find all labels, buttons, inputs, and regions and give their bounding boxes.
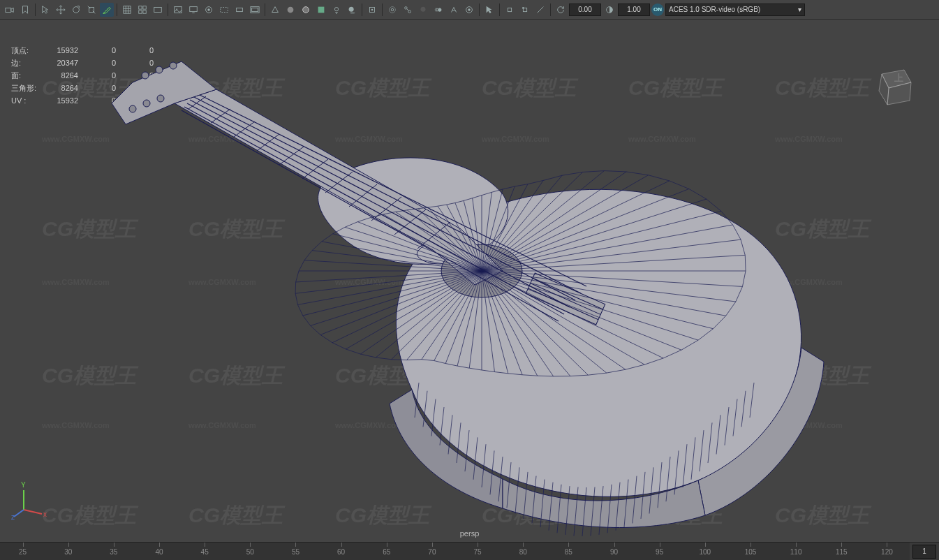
tile-icon[interactable] (135, 3, 149, 17)
timeline-track[interactable]: 2530354045505560657075808590951001051101… (0, 543, 910, 560)
svg-point-17 (288, 6, 294, 13)
svg-rect-16 (252, 8, 258, 11)
separator (35, 3, 36, 16)
svg-point-64 (157, 95, 164, 102)
timeline-tick-label: 90 (610, 548, 618, 556)
svg-rect-7 (154, 7, 162, 12)
timeline-tick (114, 543, 114, 547)
timeline-tick (796, 543, 797, 547)
timeline-tick (705, 543, 706, 547)
timeline-tick-label: 70 (428, 548, 436, 556)
svg-point-24 (371, 8, 374, 10)
safe-action-icon[interactable] (248, 3, 262, 17)
scale-tool-icon[interactable] (84, 3, 98, 17)
timeline-tick-label: 105 (745, 548, 757, 556)
chevron-down-icon: ▾ (798, 6, 801, 13)
shaded-wire-icon[interactable] (299, 3, 313, 17)
contrast-icon[interactable] (602, 3, 616, 17)
separator (265, 3, 265, 16)
current-frame-input[interactable]: 1 (912, 545, 936, 559)
svg-point-29 (421, 6, 426, 11)
timeline-tick (568, 543, 569, 547)
view-cube-top-label: 上 (894, 73, 903, 83)
svg-text:z: z (11, 513, 15, 521)
colorspace-on-toggle[interactable]: ON (651, 3, 664, 16)
timeline-tick (660, 543, 660, 547)
snap-vertex-icon[interactable] (518, 3, 532, 17)
camera-icon[interactable] (3, 3, 17, 17)
xray-joints-icon[interactable] (401, 3, 415, 17)
svg-point-60 (156, 66, 163, 73)
exposure-input[interactable]: 0.00 (569, 3, 601, 16)
hud-uv-label: UV : (11, 95, 49, 108)
xray-icon[interactable] (385, 3, 399, 17)
timeline-tick-label: 115 (836, 548, 848, 556)
timeline-tick-label: 95 (656, 548, 663, 556)
timeline-tick (523, 543, 524, 547)
shadows-icon[interactable] (345, 3, 359, 17)
lights-icon[interactable] (330, 3, 343, 17)
select-tool-icon[interactable] (38, 3, 52, 17)
separator (499, 3, 500, 16)
timeline-tick-label: 30 (64, 548, 72, 556)
film-gate-icon[interactable] (232, 3, 246, 17)
ao-icon[interactable] (416, 3, 430, 17)
layer-icon[interactable] (151, 3, 165, 17)
viewport-toolbar: 0.00 1.00 ON ACES 1.0 SDR-video (sRGB) ▾ (0, 0, 939, 20)
separator (362, 3, 362, 16)
timeline-tick (159, 543, 160, 547)
svg-point-18 (303, 6, 309, 13)
timeline-tick-label: 35 (110, 548, 117, 556)
separator (479, 3, 480, 16)
shaded-icon[interactable] (283, 3, 297, 17)
svg-point-1 (73, 6, 80, 13)
textured-icon[interactable] (314, 3, 328, 17)
render-icon[interactable] (202, 3, 216, 17)
timeline-tick-label: 80 (519, 548, 527, 556)
svg-rect-8 (175, 6, 182, 13)
timeline-tick-label: 85 (565, 548, 572, 556)
dof-icon[interactable] (462, 3, 476, 17)
separator (168, 3, 168, 16)
snap-edge-icon[interactable] (533, 3, 547, 17)
svg-point-32 (468, 8, 471, 11)
rotate-tool-icon[interactable] (69, 3, 83, 17)
svg-point-21 (349, 6, 354, 11)
timeline-tick (387, 543, 387, 547)
cursor-icon[interactable] (482, 3, 496, 17)
motion-blur-icon[interactable] (431, 3, 445, 17)
hud-tris-label: 三角形: (11, 82, 49, 95)
timeline-tick (432, 543, 433, 547)
timeline-tick (250, 543, 251, 547)
timeline-tick (68, 543, 69, 547)
svg-line-180 (24, 510, 42, 514)
image-plane-icon[interactable] (171, 3, 185, 17)
resolution-gate-icon[interactable] (217, 3, 231, 17)
grid-icon[interactable] (120, 3, 134, 17)
svg-point-35 (522, 7, 524, 9)
timeline-tick (341, 543, 342, 547)
gamma-input[interactable]: 1.00 (618, 3, 650, 16)
svg-line-182 (14, 510, 24, 517)
snap-icon[interactable] (503, 3, 517, 17)
wireframe-icon[interactable] (268, 3, 282, 17)
viewport-3d[interactable]: 顶点:1593200 边:2034700 面:826400 三角形:826400… (0, 20, 939, 540)
view-cube[interactable]: 上 (868, 61, 917, 110)
svg-text:Y: Y (21, 481, 26, 489)
refresh-icon[interactable] (554, 3, 568, 17)
hud-verts-label: 顶点: (11, 45, 49, 57)
isolate-icon[interactable] (365, 3, 379, 17)
bookmark-icon[interactable] (18, 3, 32, 17)
aa-icon[interactable] (447, 3, 461, 17)
colorspace-dropdown[interactable]: ACES 1.0 SDR-video (sRGB) ▾ (665, 3, 805, 16)
timeline-tick-label: 50 (246, 548, 254, 556)
move-tool-icon[interactable] (54, 3, 68, 17)
separator (117, 3, 117, 16)
brush-tool-icon[interactable] (100, 3, 114, 17)
colorspace-label: ACES 1.0 SDR-video (sRGB) (669, 6, 760, 13)
svg-rect-13 (221, 7, 228, 12)
svg-line-54 (193, 96, 581, 293)
svg-rect-33 (508, 8, 511, 11)
display-icon[interactable] (186, 3, 200, 17)
timeline-tick-label: 45 (201, 548, 209, 556)
